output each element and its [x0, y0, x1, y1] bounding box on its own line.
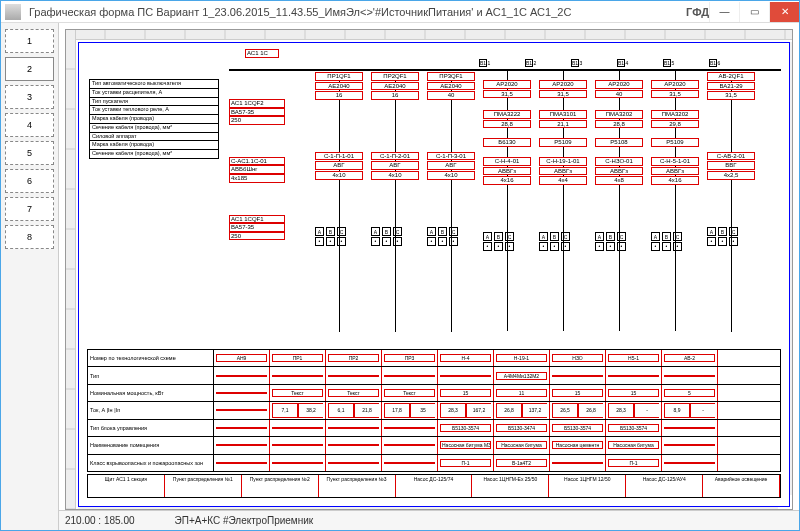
table-cell: Текст: [328, 389, 379, 397]
table-cell: 26,8: [496, 403, 522, 417]
abc-block: ABC: [707, 227, 759, 236]
bus-mark: В1.2: [525, 59, 533, 67]
cell: 29,8: [651, 120, 699, 129]
feeder-column-АВ-2: АВ-2QF1ВА21-2931,5С-АВ-2-01ВВГ4х2,5ABC••…: [707, 71, 759, 332]
close-button[interactable]: ✕: [769, 2, 799, 22]
minimize-button[interactable]: —: [709, 2, 739, 22]
table-cell: Б5130-3574: [608, 424, 659, 432]
table-cell: П-1: [440, 459, 491, 467]
cell: АР2020: [651, 80, 699, 89]
table-cell: Б5130-3574: [440, 424, 491, 432]
title-bar[interactable]: Графическая форма ПС Вариант 1_23.06.201…: [1, 1, 799, 23]
sheet-tab-4[interactable]: 4: [5, 113, 54, 137]
sheet-tab-7[interactable]: 7: [5, 197, 54, 221]
footer-cell: Насос ДС-125/АУ4: [626, 475, 703, 497]
table-cell: 26,5: [552, 403, 578, 417]
table-cell: 17,8: [384, 403, 410, 417]
cell: 31,5: [539, 90, 587, 99]
cell: 4х16: [483, 176, 531, 185]
maximize-button[interactable]: ▭: [739, 2, 769, 22]
table-rowhead: Тип: [88, 367, 214, 383]
table-cell: [216, 462, 267, 464]
table-cell: [328, 444, 379, 446]
table-rowhead: Ток, А |Iн |Iп: [88, 402, 214, 418]
cell: 21,1: [539, 120, 587, 129]
drawing-canvas[interactable]: АС1 1С В1.1В1.2В1.3В1.4В1.5В1.6 Тип авто…: [65, 29, 793, 510]
abc-dots: •••: [483, 242, 535, 251]
table-cell: [272, 375, 323, 377]
abc-block: ABC: [651, 232, 703, 241]
load-table: Номер по технологической схемеАН9ПР1ПР2П…: [87, 349, 781, 472]
table-cell: 28,3: [608, 403, 634, 417]
cell: 40: [427, 91, 475, 100]
ruler-left: [66, 30, 76, 509]
cell: 4х10: [315, 171, 363, 180]
table-cell: 137,2: [522, 403, 547, 417]
table-cell: [664, 462, 715, 464]
cell: ПМА3222: [483, 110, 531, 119]
sheet-tab-3[interactable]: 3: [5, 85, 54, 109]
cell: Р5109: [651, 138, 699, 147]
window-title: Графическая форма ПС Вариант 1_23.06.201…: [25, 6, 686, 18]
feed-box: С-АС1.1С-01: [229, 157, 285, 166]
table-cell: [272, 444, 323, 446]
cell: АВВГз: [539, 167, 587, 176]
bus-mark: В1.6: [709, 59, 717, 67]
cell: 31,5: [651, 90, 699, 99]
table-rowhead: Номинальная мощность, кВт: [88, 385, 214, 401]
cell: АР2020: [595, 80, 643, 89]
table-cell: [664, 427, 715, 429]
table-cell: 15: [552, 389, 603, 397]
table-cell: ПР1: [272, 354, 323, 362]
cell: ПМА3202: [651, 110, 699, 119]
feed-value: АВБбШнг: [229, 165, 285, 174]
feed-value: ВА57-35: [229, 108, 285, 117]
abc-dots: •••: [371, 237, 423, 246]
cell: С-НЗО-01: [595, 157, 643, 166]
table-cell: Насосная битума: [608, 441, 659, 449]
footer-cell: Пункт распределения №2: [242, 475, 319, 497]
abc-block: ABC: [539, 232, 591, 241]
abc-block: ABC: [371, 227, 423, 236]
sheet-tab-2[interactable]: 2: [5, 57, 54, 81]
cell: 4х16: [651, 176, 699, 185]
abc-dots: •••: [595, 242, 647, 251]
cell: ПР2QF1: [371, 72, 419, 81]
table-cell: Н5-1: [608, 354, 659, 362]
footer-cell: Насос ДС-125/74: [396, 475, 473, 497]
bus-label: АС1 1С: [245, 49, 279, 58]
cell: 28,8: [595, 120, 643, 129]
table-cell: Н-19-1: [496, 354, 547, 362]
table-cell: 11: [496, 389, 547, 397]
table-cell: [272, 427, 323, 429]
table-cell: А4М4Ми132М2: [496, 372, 547, 380]
feeder-column-ПР2: ПР2QF1АЕ204016С-1-П-2-01АВГ4х10ABC•••: [371, 71, 423, 332]
sheet-tab-6[interactable]: 6: [5, 169, 54, 193]
cell: 28,8: [483, 120, 531, 129]
cell: 4х10: [427, 171, 475, 180]
table-cell: [216, 392, 267, 394]
table-cell: [328, 427, 379, 429]
sheet-tab-5[interactable]: 5: [5, 141, 54, 165]
cell: ПР1QF1: [315, 72, 363, 81]
footer-cell: Аварийное освещение: [703, 475, 780, 497]
table-cell: Б5130-3474: [496, 424, 547, 432]
sheet-tab-8[interactable]: 8: [5, 225, 54, 249]
footer-cell: Насос 1ЦНГМ-Ех 25/50: [472, 475, 549, 497]
table-cell: 38,2: [298, 403, 323, 417]
abc-block: ABC: [427, 227, 479, 236]
table-cell: Текст: [384, 389, 435, 397]
table-cell: [608, 375, 659, 377]
param-label: Сечение кабеля (провода), мм²: [90, 124, 218, 132]
feeder-column-ПР1: ПР1QF1АЕ204016С-1-П-1-01АВГ4х10ABC•••: [315, 71, 367, 332]
param-label: Тип автоматического выключателя: [90, 80, 218, 88]
param-label: Сечение кабеля (провода), мм²: [90, 150, 218, 158]
sheet-tab-1[interactable]: 1: [5, 29, 54, 53]
feeder-column-НЗО: АР202040ПМА320228,8Р5108С-НЗО-01АВВГз4х8…: [595, 71, 647, 331]
status-coords: 210.00 : 185.00: [65, 515, 135, 526]
cell: АВВГз: [595, 167, 643, 176]
table-cell: 28,3: [440, 403, 466, 417]
parameter-table: Тип автоматического выключателяТок устав…: [89, 79, 219, 159]
abc-dots: •••: [427, 237, 479, 246]
cell: С-Н-19-1-01: [539, 157, 587, 166]
